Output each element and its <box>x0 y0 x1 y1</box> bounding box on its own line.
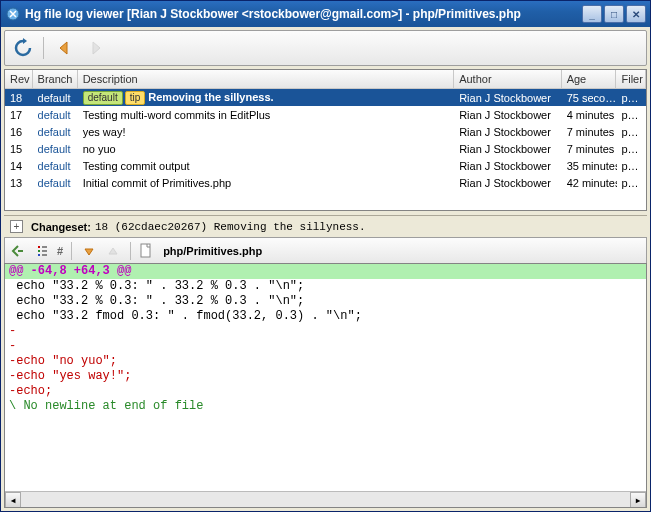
th-branch[interactable]: Branch <box>33 70 78 88</box>
cell-branch: default <box>33 91 78 105</box>
cell-rev: 14 <box>5 159 33 173</box>
cell-author: Rian J Stockbower <box>454 142 561 156</box>
table-row[interactable]: 13defaultInitial commit of Primitives.ph… <box>5 174 646 191</box>
diff-line: @@ -64,8 +64,3 @@ <box>5 264 646 279</box>
scroll-track[interactable] <box>21 492 630 507</box>
separator <box>71 242 72 260</box>
cell-branch: default <box>33 108 78 122</box>
table-row[interactable]: 17defaultTesting multi-word commits in E… <box>5 106 646 123</box>
svg-rect-5 <box>42 246 47 248</box>
separator <box>130 242 131 260</box>
cell-desc: Testing commit output <box>78 159 455 173</box>
svg-rect-6 <box>42 250 47 252</box>
app-window: Hg file log viewer [Rian J Stockbower <r… <box>0 0 651 512</box>
separator <box>43 37 44 59</box>
th-rev[interactable]: Rev <box>5 70 33 88</box>
cell-filer: p… <box>617 108 647 122</box>
cell-age: 35 minutes <box>562 159 617 173</box>
th-filer[interactable]: Filer <box>616 70 646 88</box>
diff-up-button[interactable] <box>104 242 122 260</box>
table-row[interactable]: 16defaultyes way!Rian J Stockbower7 minu… <box>5 123 646 140</box>
diff-line: -echo "yes way!"; <box>5 369 646 384</box>
tip-tag: tip <box>125 91 146 105</box>
titlebar[interactable]: Hg file log viewer [Rian J Stockbower <r… <box>1 1 650 27</box>
horizontal-scrollbar[interactable]: ◂ ▸ <box>5 491 646 507</box>
svg-rect-8 <box>141 244 150 257</box>
table-header: Rev Branch Description Author Age Filer <box>5 70 646 89</box>
cell-age: 75 seco… <box>562 91 617 105</box>
refresh-button[interactable] <box>11 36 35 60</box>
table-row[interactable]: 14defaultTesting commit outputRian J Sto… <box>5 157 646 174</box>
cell-filer: p… <box>617 125 647 139</box>
table-body: 18defaultdefaulttip Removing the sillyne… <box>5 89 646 191</box>
cell-desc: no yuo <box>78 142 455 156</box>
changeset-text: 18 (62cdaec20267) Removing the sillyness… <box>95 221 366 233</box>
minimize-button[interactable]: _ <box>582 5 602 23</box>
cell-rev: 18 <box>5 91 33 105</box>
cell-filer: p… <box>617 159 647 173</box>
scroll-left-arrow[interactable]: ◂ <box>5 492 21 508</box>
file-icon <box>139 243 153 259</box>
scroll-right-arrow[interactable]: ▸ <box>630 492 646 508</box>
cell-rev: 17 <box>5 108 33 122</box>
changeset-bar: + Changeset: 18 (62cdaec20267) Removing … <box>4 215 647 237</box>
table-row[interactable]: 15defaultno yuoRian J Stockbower7 minute… <box>5 140 646 157</box>
window-title: Hg file log viewer [Rian J Stockbower <r… <box>25 7 582 21</box>
diff-view[interactable]: @@ -64,8 +64,3 @@ echo "33.2 % 0.3: " . … <box>4 263 647 508</box>
svg-rect-4 <box>38 254 40 256</box>
th-age[interactable]: Age <box>562 70 617 88</box>
svg-rect-3 <box>38 250 40 252</box>
cell-author: Rian J Stockbower <box>454 176 561 190</box>
cell-filer: p… <box>617 91 647 105</box>
diff-marks-button[interactable] <box>33 242 51 260</box>
back-button[interactable] <box>52 36 76 60</box>
cell-rev: 16 <box>5 125 33 139</box>
cell-rev: 13 <box>5 176 33 190</box>
svg-rect-7 <box>42 254 47 256</box>
cell-author: Rian J Stockbower <box>454 108 561 122</box>
cell-author: Rian J Stockbower <box>454 125 561 139</box>
cell-rev: 15 <box>5 142 33 156</box>
branch-tag: default <box>83 91 123 105</box>
forward-button[interactable] <box>84 36 108 60</box>
cell-author: Rian J Stockbower <box>454 159 561 173</box>
cell-age: 42 minutes <box>562 176 617 190</box>
cell-filer: p… <box>617 176 647 190</box>
expand-button[interactable]: + <box>10 220 23 233</box>
commit-table: Rev Branch Description Author Age Filer … <box>4 69 647 211</box>
svg-rect-1 <box>18 250 23 252</box>
cell-desc: Initial commit of Primitives.php <box>78 176 455 190</box>
diff-down-button[interactable] <box>80 242 98 260</box>
diff-line: echo "33.2 % 0.3: " . 33.2 % 0.3 . "\n"; <box>5 279 646 294</box>
diff-file-path: php/Primitives.php <box>163 245 262 257</box>
close-button[interactable]: ✕ <box>626 5 646 23</box>
table-row[interactable]: 18defaultdefaulttip Removing the sillyne… <box>5 89 646 106</box>
svg-rect-2 <box>38 246 40 248</box>
th-description[interactable]: Description <box>78 70 454 88</box>
changeset-label: Changeset: <box>31 221 91 233</box>
th-author[interactable]: Author <box>454 70 561 88</box>
diff-line: -echo; <box>5 384 646 399</box>
hash-icon[interactable]: # <box>57 245 63 257</box>
cell-desc: Testing multi-word commits in EditPlus <box>78 108 455 122</box>
app-icon <box>5 6 21 22</box>
cell-branch: default <box>33 142 78 156</box>
diff-line: - <box>5 324 646 339</box>
cell-age: 7 minutes <box>562 142 617 156</box>
diff-line: - <box>5 339 646 354</box>
cell-filer: p… <box>617 142 647 156</box>
diff-line: \ No newline at end of file <box>5 399 646 414</box>
cell-desc: yes way! <box>78 125 455 139</box>
cell-branch: default <box>33 125 78 139</box>
diff-line: -echo "no yuo"; <box>5 354 646 369</box>
cell-age: 4 minutes <box>562 108 617 122</box>
diff-line: echo "33.2 fmod 0.3: " . fmod(33.2, 0.3)… <box>5 309 646 324</box>
diff-toolbar: # php/Primitives.php <box>4 237 647 263</box>
cell-desc: defaulttip Removing the sillyness. <box>78 90 455 106</box>
diff-prev-button[interactable] <box>9 242 27 260</box>
maximize-button[interactable]: □ <box>604 5 624 23</box>
cell-branch: default <box>33 176 78 190</box>
cell-age: 7 minutes <box>562 125 617 139</box>
window-controls: _ □ ✕ <box>582 5 646 23</box>
main-toolbar <box>4 30 647 66</box>
